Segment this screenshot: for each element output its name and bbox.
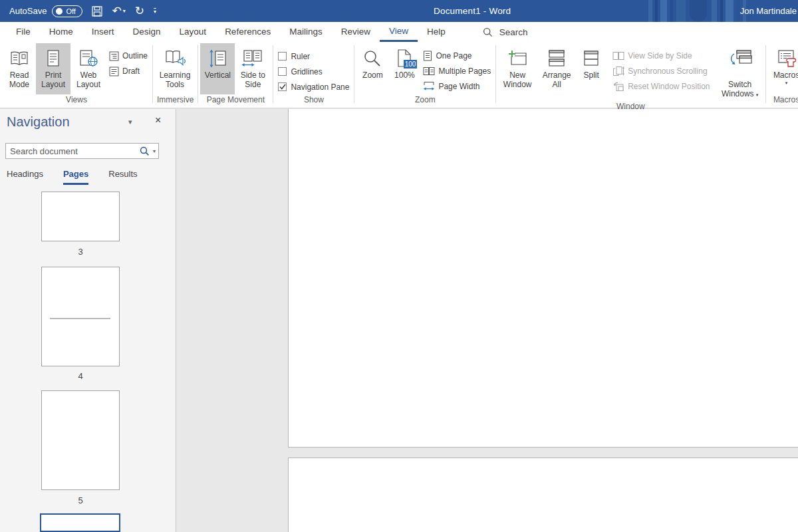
learning-tools-label: Learning Tools	[158, 70, 192, 89]
synchronous-scrolling-button[interactable]: Synchronous Scrolling	[612, 65, 710, 78]
search-options-dropdown-icon[interactable]: ▾	[153, 148, 156, 154]
split-icon	[582, 47, 600, 70]
reset-window-position-label: Reset Window Position	[628, 82, 710, 91]
side-to-side-icon	[241, 47, 264, 70]
view-side-by-side-icon	[612, 51, 624, 61]
page-width-button[interactable]: Page Width	[423, 80, 491, 93]
tab-review[interactable]: Review	[332, 22, 380, 42]
navigation-pane-close-icon[interactable]: ×	[155, 114, 161, 126]
search-label: Search	[499, 27, 528, 37]
switch-windows-dropdown-icon: ▾	[756, 92, 759, 97]
print-layout-button[interactable]: Print Layout	[36, 43, 70, 94]
multiple-pages-button[interactable]: Multiple Pages	[423, 65, 491, 78]
reset-window-position-icon	[612, 81, 624, 92]
tab-help[interactable]: Help	[418, 22, 455, 42]
search-input[interactable]	[10, 146, 140, 156]
tab-layout[interactable]: Layout	[170, 22, 216, 42]
switch-windows-label: Switch Windows▾	[720, 70, 761, 100]
tab-home[interactable]: Home	[40, 22, 82, 42]
outline-button[interactable]: Outline	[109, 49, 148, 63]
search-control[interactable]: Search	[483, 22, 528, 42]
macros-group: Macros ▾ Macros	[766, 42, 798, 108]
ruler-checkbox[interactable]: Ruler	[278, 51, 349, 62]
customize-qat-button[interactable]: ▾	[154, 8, 156, 15]
autosave-control: AutoSave Off	[9, 5, 82, 17]
document-page[interactable]	[288, 109, 798, 448]
vertical-icon	[207, 47, 227, 70]
document-page-next[interactable]	[288, 458, 798, 532]
one-page-button[interactable]: One Page	[423, 49, 491, 63]
zoom-button[interactable]: Zoom	[356, 43, 388, 94]
print-layout-icon	[45, 47, 61, 70]
navigation-pane-menu-icon[interactable]: ▾	[128, 118, 132, 126]
zoom-label: Zoom	[359, 70, 386, 80]
new-window-button[interactable]: New Window	[498, 43, 537, 101]
multiple-pages-label: Multiple Pages	[438, 66, 491, 76]
page-thumbnail-3[interactable]	[41, 192, 120, 241]
ruler-label: Ruler	[291, 52, 310, 61]
account-user-name[interactable]: Jon Martindale	[740, 0, 798, 22]
draft-icon	[109, 66, 119, 76]
autosave-toggle[interactable]: Off	[52, 5, 82, 17]
zoom-group: Zoom 100 100%	[354, 42, 495, 108]
view-side-by-side-label: View Side by Side	[628, 51, 692, 61]
undo-button[interactable]: ↶ ▾	[112, 5, 125, 17]
nav-tab-pages[interactable]: Pages	[63, 169, 88, 185]
vertical-button[interactable]: Vertical	[200, 43, 235, 94]
zoom-100-badge: 100	[404, 60, 418, 68]
undo-dropdown-icon: ▾	[123, 9, 126, 14]
learning-tools-button[interactable]: Learning Tools	[155, 43, 195, 94]
tab-mailings[interactable]: Mailings	[280, 22, 332, 42]
page-movement-group: Vertical Side to Side	[198, 42, 273, 108]
web-layout-button[interactable]: Web Layout	[70, 43, 106, 94]
views-group-label: Views	[1, 94, 152, 108]
read-mode-button[interactable]: Read Mode	[3, 43, 36, 94]
save-button[interactable]	[92, 6, 102, 17]
switch-windows-icon	[728, 47, 752, 70]
document-search-box[interactable]: ▾	[5, 143, 159, 159]
web-layout-label: Web Layout	[73, 70, 104, 89]
zoom-100-icon: 100	[396, 47, 413, 70]
switch-windows-button[interactable]: Switch Windows▾	[717, 43, 763, 101]
tab-file[interactable]: File	[7, 22, 40, 42]
macros-button[interactable]: Macros ▾	[768, 43, 798, 94]
page-thumbnail-3-number: 3	[41, 247, 120, 257]
page-movement-group-label: Page Movement	[198, 94, 273, 108]
arrange-all-label: Arrange All	[539, 70, 574, 89]
page-thumbnail-5[interactable]	[41, 390, 120, 490]
draft-button[interactable]: Draft	[109, 65, 148, 78]
search-magnifier-icon[interactable]	[140, 146, 150, 156]
multiple-pages-icon	[423, 66, 435, 76]
gridlines-checkbox[interactable]: Gridlines	[278, 66, 349, 77]
draft-label: Draft	[122, 66, 140, 76]
immersive-group: Learning Tools Immersive	[153, 42, 198, 108]
nav-tab-headings[interactable]: Headings	[7, 169, 43, 185]
new-window-label: New Window	[501, 70, 534, 89]
reset-window-position-button[interactable]: Reset Window Position	[612, 80, 710, 93]
learning-tools-icon	[164, 47, 186, 70]
navigation-pane-checkbox[interactable]: Navigation Pane	[278, 81, 349, 92]
view-side-by-side-button[interactable]: View Side by Side	[612, 49, 710, 63]
split-button[interactable]: Split	[577, 43, 606, 101]
navigation-pane: Navigation ▾ × ▾ Headings Pages Results …	[0, 109, 176, 532]
nav-tab-results[interactable]: Results	[108, 169, 137, 185]
side-to-side-label: Side to Side	[237, 70, 268, 89]
save-icon	[92, 6, 102, 17]
redo-button[interactable]: ↻	[135, 5, 144, 17]
zoom-100-button[interactable]: 100 100%	[388, 43, 420, 94]
side-to-side-button[interactable]: Side to Side	[235, 43, 271, 94]
navigation-tabs: Headings Pages Results	[7, 169, 138, 185]
tab-insert[interactable]: Insert	[82, 22, 124, 42]
tab-design[interactable]: Design	[124, 22, 170, 42]
page-thumbnail-selected[interactable]	[40, 513, 120, 532]
search-icon	[483, 27, 493, 37]
macros-group-label: Macros	[766, 94, 798, 108]
macros-icon	[776, 47, 797, 70]
tab-view[interactable]: View	[380, 22, 418, 42]
arrange-all-icon	[547, 47, 567, 70]
page-thumbnail-4[interactable]	[41, 267, 120, 366]
tab-references[interactable]: References	[215, 22, 280, 42]
vertical-label: Vertical	[203, 70, 232, 80]
arrange-all-button[interactable]: Arrange All	[537, 43, 577, 101]
split-label: Split	[579, 70, 603, 80]
